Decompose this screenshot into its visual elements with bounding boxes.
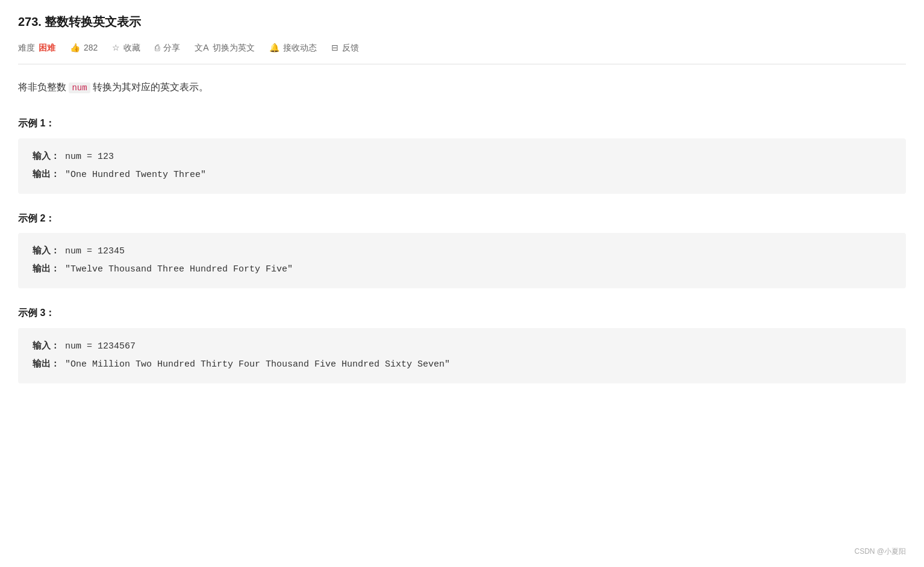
example-1-output-value: "One Hundred Twenty Three" (65, 170, 206, 180)
switch-lang-icon: 文A (195, 41, 208, 54)
example-1-section: 示例 1： 输入： num = 123 输出： "One Hundred Twe… (18, 116, 906, 194)
collect-icon: ☆ (112, 41, 120, 54)
example-1-title: 示例 1： (18, 116, 906, 131)
example-2-input-label: 输入： (33, 246, 60, 256)
example-1-block: 输入： num = 123 输出： "One Hundred Twenty Th… (18, 138, 906, 194)
likes-count: 282 (84, 41, 98, 54)
switch-lang-button[interactable]: 文A 切换为英文 (195, 41, 254, 54)
collect-label: 收藏 (123, 41, 140, 54)
collect-button[interactable]: ☆ 收藏 (112, 41, 140, 54)
page-container: 273. 整数转换英文表示 难度 困难 👍 282 ☆ 收藏 ⎙ 分享 文A 切… (0, 0, 924, 567)
feedback-button[interactable]: ⊟ 反馈 (331, 41, 359, 54)
example-3-input-row: 输入： num = 1234567 (33, 338, 891, 356)
difficulty-group: 难度 困难 (18, 41, 55, 54)
example-2-output-value: "Twelve Thousand Three Hundred Forty Fiv… (65, 264, 293, 274)
example-2-input-row: 输入： num = 12345 (33, 243, 891, 261)
example-2-block: 输入： num = 12345 输出： "Twelve Thousand Thr… (18, 233, 906, 288)
example-1-output-label: 输出： (33, 170, 60, 180)
likes-icon: 👍 (70, 41, 80, 54)
example-3-block: 输入： num = 1234567 输出： "One Million Two H… (18, 328, 906, 383)
example-2-section: 示例 2： 输入： num = 12345 输出： "Twelve Thousa… (18, 211, 906, 289)
example-3-title: 示例 3： (18, 305, 906, 321)
example-3-output-row: 输出： "One Million Two Hundred Thirty Four… (33, 356, 891, 374)
footer-brand: CSDN @小夏阳 (854, 546, 906, 557)
inline-code-num: num (69, 82, 90, 93)
problem-description: 将非负整数 num 转换为其对应的英文表示。 (18, 79, 906, 96)
problem-title: 273. 整数转换英文表示 (18, 12, 906, 31)
share-label: 分享 (163, 41, 180, 54)
example-2-output-row: 输出： "Twelve Thousand Three Hundred Forty… (33, 261, 891, 279)
feedback-label: 反馈 (342, 41, 359, 54)
example-2-input-value: num = 12345 (65, 246, 125, 256)
example-2-output-label: 输出： (33, 264, 60, 274)
example-3-section: 示例 3： 输入： num = 1234567 输出： "One Million… (18, 305, 906, 383)
feedback-icon: ⊟ (331, 41, 339, 54)
share-icon: ⎙ (155, 41, 160, 54)
toolbar: 难度 困难 👍 282 ☆ 收藏 ⎙ 分享 文A 切换为英文 🔔 接收动态 ⊟ … (18, 41, 906, 64)
likes-button[interactable]: 👍 282 (70, 41, 98, 54)
example-2-title: 示例 2： (18, 211, 906, 226)
example-3-output-value: "One Million Two Hundred Thirty Four Tho… (65, 359, 450, 370)
example-3-output-label: 输出： (33, 359, 60, 370)
example-3-input-value: num = 1234567 (65, 341, 136, 352)
difficulty-label: 难度 (18, 41, 35, 54)
notify-icon: 🔔 (269, 41, 279, 54)
notify-label: 接收动态 (283, 41, 317, 54)
switch-lang-label: 切换为英文 (213, 41, 255, 54)
share-button[interactable]: ⎙ 分享 (155, 41, 180, 54)
notify-button[interactable]: 🔔 接收动态 (269, 41, 317, 54)
example-3-input-label: 输入： (33, 341, 60, 352)
example-1-input-label: 输入： (33, 152, 60, 162)
example-1-input-row: 输入： num = 123 (33, 148, 891, 166)
example-1-output-row: 输出： "One Hundred Twenty Three" (33, 166, 891, 184)
difficulty-badge[interactable]: 困难 (39, 41, 55, 54)
example-1-input-value: num = 123 (65, 152, 114, 162)
